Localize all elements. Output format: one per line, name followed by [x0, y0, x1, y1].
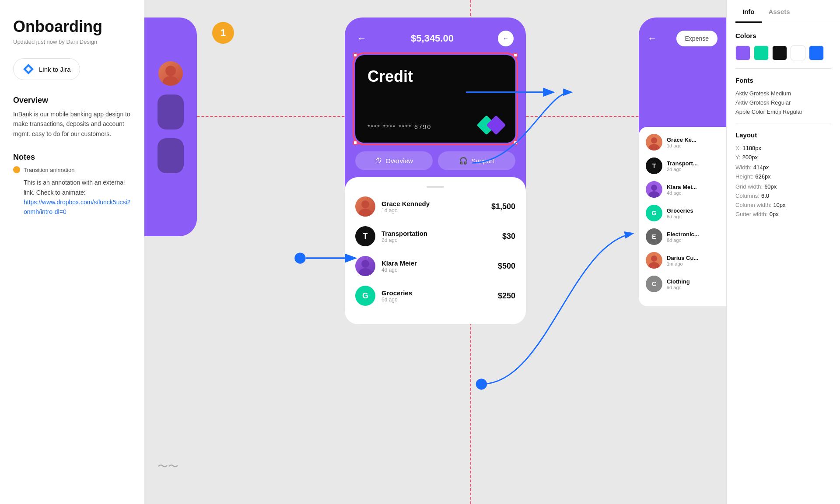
right-panel-tabs: Info Assets: [727, 0, 840, 23]
mini-avatar: G: [646, 205, 662, 221]
color-swatch-teal: [754, 46, 769, 60]
avatar: T: [355, 226, 375, 246]
mini-avatar: [646, 252, 662, 269]
expense-pill: Expense: [676, 31, 718, 46]
main-phone: ← $5,345.00 ← Credit **** **** **** 6790: [345, 18, 526, 291]
list-item: G Groceries 6d ago: [646, 205, 719, 221]
credit-card: Credit **** **** **** 6790: [355, 55, 515, 143]
tx-info: Groceries 6d ago: [382, 289, 492, 303]
svg-point-7: [648, 144, 660, 150]
avatar: [355, 256, 375, 276]
right-panel: Info Assets Colors Fonts Aktiv Grotesk M…: [726, 0, 840, 504]
svg-point-16: [476, 378, 487, 389]
mini-info: Electronic... 8d ago: [667, 231, 699, 243]
list-item: Darius Cu... 1m ago: [646, 252, 719, 269]
tx-name: Klara Meier: [382, 259, 492, 267]
svg-point-0: [165, 66, 176, 76]
list-item: Grace Ke... 1d ago: [646, 134, 719, 150]
tx-time: 4d ago: [382, 267, 492, 273]
left-panel: Onboarding Updated just now by Dani Desi…: [0, 0, 144, 504]
notes-title: Notes: [13, 153, 131, 162]
credit-card-title: Credit: [368, 67, 503, 86]
svg-point-8: [651, 185, 657, 191]
selection-handle-tl: [353, 53, 357, 57]
color-swatch-white: [791, 46, 805, 60]
mini-info: Darius Cu... 1m ago: [667, 255, 698, 266]
tx-time: 6d ago: [382, 297, 492, 303]
canvas: 1 ← $5,345.00 ← Credit **** **** **** 67…: [144, 0, 726, 504]
updated-label: Updated just now by Dani Design: [13, 38, 131, 45]
note-text: This is an annotation with an external l…: [24, 178, 131, 217]
svg-point-4: [361, 260, 369, 268]
overview-text: InBank is our mobile banking app design …: [13, 109, 131, 139]
tx-amount: $30: [502, 232, 515, 241]
jira-button-label: Link to Jira: [39, 66, 71, 73]
mini-avatar: C: [646, 276, 662, 292]
font-item-2: Aktiv Grotesk Regular: [735, 99, 831, 106]
layout-section-title: Layout: [735, 131, 831, 139]
svg-point-5: [359, 268, 372, 276]
phone-screen: ← $5,345.00 ← Credit **** **** **** 6790: [345, 18, 526, 291]
tab-assets[interactable]: Assets: [762, 0, 797, 23]
phone-left-partial: [144, 18, 197, 236]
table-row: Klara Meier 4d ago $500: [355, 256, 515, 276]
svg-point-2: [361, 200, 369, 208]
layout-columns: Columns: 6.0: [735, 192, 831, 199]
card-number: **** **** **** 6790: [368, 123, 431, 130]
tx-name: Transportation: [382, 230, 496, 237]
note-badge-label: Transition animation: [24, 167, 75, 173]
note-link[interactable]: https://www.dropbox.com/s/lunck5ucsi2onm…: [24, 199, 130, 215]
table-row: T Transportation 2d ago $30: [355, 226, 515, 246]
svg-point-11: [648, 262, 660, 269]
klara-avatar-icon: [355, 256, 375, 276]
balance-amount: $5,345.00: [411, 33, 454, 44]
svg-point-14: [294, 252, 305, 263]
mini-info: Klara Mei... 4d ago: [667, 184, 697, 196]
list-item: E Electronic... 8d ago: [646, 228, 719, 245]
overview-title: Overview: [13, 96, 131, 105]
phone-top-bar: ← $5,345.00 ←: [345, 18, 526, 55]
layout-gutter-width: Gutter width: 0px: [735, 211, 831, 217]
layout-width: Width: 414px: [735, 164, 831, 171]
mini-avatar: [646, 134, 662, 150]
back-arrow-icon[interactable]: ←: [357, 33, 367, 44]
tx-name: Grace Kennedy: [382, 200, 485, 207]
layout-height: Height: 626px: [735, 173, 831, 180]
left-pill-2: [158, 138, 184, 173]
mini-avatar: [646, 181, 662, 198]
right-panel-body: Colors Fonts Aktiv Grotesk Medium Aktiv …: [727, 23, 840, 229]
circle-action-button[interactable]: ←: [498, 31, 514, 46]
tx-time: 1d ago: [382, 207, 485, 214]
tx-info: Transportation 2d ago: [382, 230, 496, 243]
tab-info[interactable]: Info: [735, 0, 762, 23]
list-item: Klara Mei... 4d ago: [646, 181, 719, 198]
table-row: Grace Kennedy 1d ago $1,500: [355, 196, 515, 217]
mini-grace-icon: [646, 134, 662, 150]
transaction-list: Grace Kennedy 1d ago $1,500 T Transporta…: [345, 177, 526, 324]
layout-x: X: 1188px: [735, 145, 831, 151]
overview-pill[interactable]: ⏱ Overview: [355, 151, 433, 170]
mini-info: Groceries 6d ago: [667, 207, 693, 219]
support-pill[interactable]: 🎧 Support: [438, 151, 515, 170]
tx-amount: $250: [498, 291, 515, 301]
svg-point-1: [163, 76, 178, 86]
nav-pills: ⏱ Overview 🎧 Support: [355, 151, 515, 170]
tx-amount: $500: [498, 262, 515, 271]
color-swatch-black: [772, 46, 787, 60]
list-item: T Transport... 2d ago: [646, 158, 719, 174]
mini-info: Grace Ke... 1d ago: [667, 136, 696, 148]
selection-handle-tr: [513, 53, 518, 57]
svg-point-3: [359, 209, 372, 217]
color-swatch-purple: [735, 46, 750, 60]
svg-point-6: [651, 137, 657, 144]
grace-avatar-icon: [355, 196, 375, 217]
headset-icon: 🎧: [459, 157, 468, 165]
waveform-icon: 〜〜: [158, 459, 178, 473]
svg-point-10: [651, 256, 657, 262]
jira-link-button[interactable]: Link to Jira: [13, 58, 80, 80]
layout-column-width: Column width: 10px: [735, 202, 831, 208]
layout-y: Y: 200px: [735, 154, 831, 161]
clock-icon: ⏱: [375, 157, 382, 165]
tx-info: Klara Meier 4d ago: [382, 259, 492, 273]
tx-info: Grace Kennedy 1d ago: [382, 200, 485, 214]
